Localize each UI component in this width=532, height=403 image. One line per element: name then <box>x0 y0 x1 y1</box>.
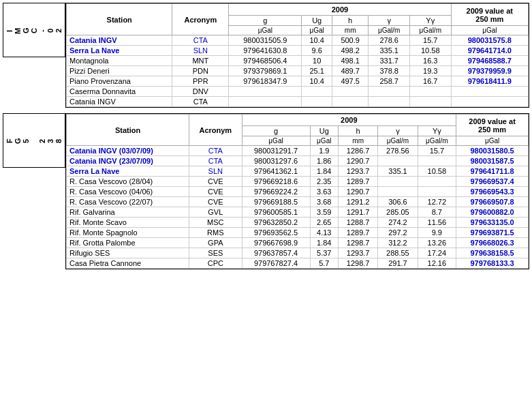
unit-g: μGal <box>229 26 302 35</box>
cell-h: 498.2 <box>332 46 368 56</box>
col-header-gamma: γ <box>378 126 418 136</box>
unit-g250: μGal <box>456 136 529 146</box>
cell-h: 1291.2 <box>339 197 378 207</box>
cell-h: 500.9 <box>332 35 368 46</box>
cell-h: 497.5 <box>332 76 368 87</box>
col-header-g: g <box>242 126 310 136</box>
cell-station: Catania INGV <box>67 35 172 46</box>
data-table-0: StationAcronym20092009 value at250 mmgUg… <box>66 3 529 107</box>
cell-station: Pizzi Deneri <box>67 66 172 76</box>
cell-g: 979600585.1 <box>242 207 310 218</box>
cell-gamma <box>378 177 418 187</box>
table-row: Rifugio SESSES979637857.45.371293.7288.5… <box>67 248 529 258</box>
cell-Ygamma: 10.58 <box>409 46 451 56</box>
cell-Ug: 4.13 <box>310 228 339 238</box>
cell-station: R. Casa Vescovo (22/07) <box>67 197 189 207</box>
cell-gamma <box>378 156 418 166</box>
cell-station: Rif. Galvarina <box>67 207 189 218</box>
cell-h: 1293.7 <box>339 166 378 177</box>
col-header-ug: Ug <box>310 126 339 136</box>
table-row: Caserma DonnavitaDNV <box>67 87 529 97</box>
table-row: Pizzi DeneriPDN979379869.125.1489.7378.8… <box>67 66 529 76</box>
cell-Ug: 10.4 <box>302 76 332 87</box>
cell-g250: 980031587.5 <box>456 156 529 166</box>
cell-h: 1293.7 <box>339 248 378 258</box>
col-header-ygamma: Yγ <box>409 16 451 26</box>
cell-gamma <box>369 87 410 97</box>
cell-g: 979767827.4 <box>242 258 310 269</box>
cell-station: Caserma Donnavita <box>67 87 172 97</box>
data-table-1: StationAcronym20092009 value at250 mmgUg… <box>66 114 529 269</box>
unit-h: mm <box>332 26 368 35</box>
cell-Ug: 1.9 <box>310 146 339 156</box>
cell-Ug: 2.65 <box>310 218 339 228</box>
table-row: R. Casa Vescovo (28/04)CVE979669218.62.3… <box>67 177 529 187</box>
cell-Ug: 2.35 <box>310 177 339 187</box>
cell-g: 979669224.2 <box>242 187 310 197</box>
cell-gamma: 278.56 <box>378 146 418 156</box>
col-header-acronym: Acronym <box>189 115 242 146</box>
cell-h: 1291.7 <box>339 207 378 218</box>
cell-gamma: 312.2 <box>378 238 418 248</box>
cell-acronym: PDN <box>172 66 229 76</box>
cell-Ygamma <box>418 187 456 197</box>
cell-gamma: 331.7 <box>369 56 410 66</box>
cell-Ygamma: 11.56 <box>418 218 456 228</box>
unit-gamma: μGal/m <box>369 26 410 35</box>
side-label-0: I M G C - 0 2 <box>3 3 65 57</box>
col-header-gamma: γ <box>369 16 410 26</box>
cell-gamma: 291.7 <box>378 258 418 269</box>
cell-g250: 979693871.5 <box>456 228 529 238</box>
cell-acronym: CTA <box>189 146 242 156</box>
cell-station: Rif. Monte Spagnolo <box>67 228 189 238</box>
cell-Ygamma: 16.7 <box>409 76 451 87</box>
cell-Ygamma: 15.7 <box>418 146 456 156</box>
cell-h: 1290.7 <box>339 156 378 166</box>
cell-acronym: GPA <box>189 238 242 248</box>
col-header-station: Station <box>67 4 172 35</box>
cell-Ug <box>302 87 332 97</box>
table-row: MontagnolaMNT979468506.410498.1331.716.3… <box>67 56 529 66</box>
cell-Ygamma: 13.26 <box>418 238 456 248</box>
cell-acronym: SES <box>189 248 242 258</box>
cell-g: 979468506.4 <box>229 56 302 66</box>
cell-Ygamma <box>418 177 456 187</box>
cell-g250: 979618411.9 <box>451 76 528 87</box>
cell-g: 979632850.2 <box>242 218 310 228</box>
cell-acronym: MSC <box>189 218 242 228</box>
unit-g250: μGal <box>451 26 528 35</box>
cell-g <box>229 97 302 107</box>
cell-h <box>332 97 368 107</box>
cell-station: Rifugio SES <box>67 248 189 258</box>
cell-h: 489.7 <box>332 66 368 76</box>
col-header-ug: Ug <box>302 16 332 26</box>
cell-station: R. Casa Vescovo (04/06) <box>67 187 189 197</box>
cell-station: Serra La Nave <box>67 46 172 56</box>
cell-gamma: 288.55 <box>378 248 418 258</box>
cell-g: 979693562.5 <box>242 228 310 238</box>
cell-Ug: 1.84 <box>310 238 339 248</box>
cell-g250: 979641714.0 <box>451 46 528 56</box>
unit-ug: μGal <box>310 136 339 146</box>
cell-acronym: RMS <box>189 228 242 238</box>
cell-Ug: 9.6 <box>302 46 332 56</box>
cell-h: 1290.7 <box>339 187 378 197</box>
table-row: Catania INGVCTA <box>67 97 529 107</box>
cell-gamma: 335.1 <box>369 46 410 56</box>
table-row: Rif. Grotta PalombeGPA979667698.91.84129… <box>67 238 529 248</box>
table-row: R. Casa Vescovo (04/06)CVE979669224.23.6… <box>67 187 529 197</box>
cell-station: Rif. Grotta Palombe <box>67 238 189 248</box>
col-header-station: Station <box>67 115 189 146</box>
table-wrapper-0: StationAcronym20092009 value at250 mmgUg… <box>65 3 529 108</box>
cell-gamma: 378.8 <box>369 66 410 76</box>
cell-g: 979669188.5 <box>242 197 310 207</box>
section-1: F G 5 2 3 8StationAcronym20092009 value … <box>3 113 529 269</box>
cell-g: 979641630.8 <box>229 46 302 56</box>
cell-Ug <box>302 97 332 107</box>
cell-station: Catania INGV (23/07/09) <box>67 156 189 166</box>
cell-Ug: 10.4 <box>302 35 332 46</box>
page-container: I M G C - 0 2StationAcronym20092009 valu… <box>3 3 529 269</box>
cell-Ug: 5.7 <box>310 258 339 269</box>
cell-h <box>332 87 368 97</box>
cell-acronym: GVL <box>189 207 242 218</box>
